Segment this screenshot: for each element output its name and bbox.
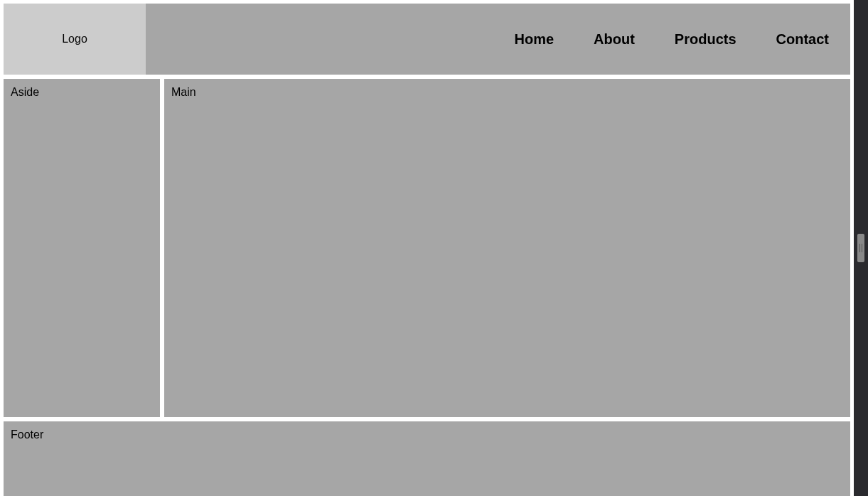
logo-placeholder: Logo bbox=[4, 4, 146, 75]
scrollbar-thumb[interactable] bbox=[857, 234, 864, 262]
main: Main bbox=[164, 79, 850, 417]
nav: Home About Products Contact bbox=[146, 31, 850, 48]
middle-row: Aside Main bbox=[4, 79, 850, 417]
nav-item-contact[interactable]: Contact bbox=[776, 31, 829, 48]
nav-item-products[interactable]: Products bbox=[675, 31, 736, 48]
nav-item-home[interactable]: Home bbox=[515, 31, 554, 48]
main-label: Main bbox=[171, 86, 196, 98]
page-wireframe: Logo Home About Products Contact Aside M… bbox=[0, 0, 854, 496]
footer-label: Footer bbox=[11, 428, 43, 441]
header: Logo Home About Products Contact bbox=[4, 4, 850, 75]
vertical-scrollbar[interactable] bbox=[854, 0, 868, 496]
aside-label: Aside bbox=[11, 86, 39, 98]
scrollbar-grip-icon bbox=[859, 244, 862, 252]
logo-label: Logo bbox=[62, 33, 87, 45]
nav-item-about[interactable]: About bbox=[594, 31, 635, 48]
aside: Aside bbox=[4, 79, 160, 417]
footer: Footer bbox=[4, 421, 850, 496]
